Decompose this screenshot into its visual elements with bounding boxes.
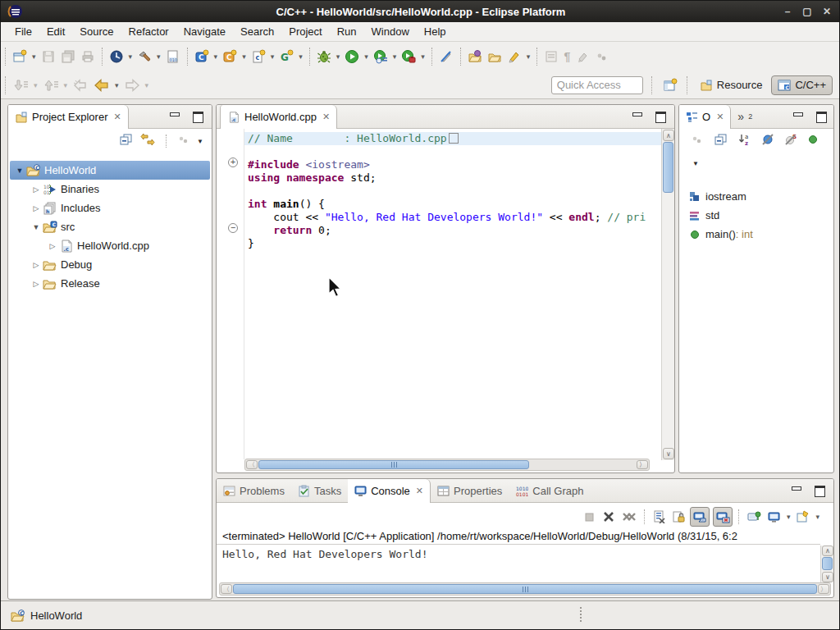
- previous-annotation-dropdown[interactable]: ▾: [64, 81, 68, 89]
- menu-run[interactable]: Run: [330, 24, 364, 39]
- collapse-all-button[interactable]: [119, 133, 134, 149]
- block-selection-button[interactable]: [542, 46, 560, 67]
- menu-search[interactable]: Search: [233, 24, 281, 39]
- open-resource-button[interactable]: [486, 46, 504, 67]
- new-c-file-dropdown[interactable]: ▾: [271, 52, 275, 61]
- expander-icon[interactable]: ▷: [48, 242, 57, 250]
- scroll-right-button[interactable]: 〉: [818, 584, 829, 594]
- maximize-editor-button[interactable]: [655, 111, 666, 121]
- menu-refactor[interactable]: Refactor: [121, 24, 176, 39]
- new-make-target-button[interactable]: G: [277, 46, 295, 67]
- maximize-view-button[interactable]: [815, 485, 825, 495]
- tree-item-binaries[interactable]: ▷ 1001 Binaries: [10, 180, 210, 199]
- forward-button[interactable]: [122, 75, 142, 96]
- scroll-left-button[interactable]: 〈: [221, 584, 232, 594]
- tab-problems[interactable]: Problems: [217, 479, 291, 502]
- maximize-view-button[interactable]: [816, 111, 827, 121]
- maximize-view-button[interactable]: [193, 111, 203, 121]
- expander-icon[interactable]: ▷: [31, 185, 41, 194]
- external-tools-dropdown[interactable]: ▾: [421, 52, 425, 61]
- menu-navigate[interactable]: Navigate: [176, 24, 233, 39]
- back-button[interactable]: [92, 75, 112, 96]
- quick-access-input[interactable]: [551, 76, 643, 94]
- target-button[interactable]: [107, 46, 126, 67]
- outline-item-main[interactable]: main() : int: [686, 225, 832, 244]
- minimize-view-button[interactable]: [792, 111, 803, 121]
- close-button[interactable]: ✕: [821, 6, 833, 17]
- fold-expand-icon[interactable]: +: [228, 158, 238, 167]
- binary-button[interactable]: 010: [164, 46, 182, 67]
- tab-outline[interactable]: O ✕: [679, 105, 731, 129]
- terminate-button[interactable]: [581, 507, 597, 527]
- back-dropdown[interactable]: ▾: [115, 81, 119, 89]
- save-all-button[interactable]: [59, 46, 77, 67]
- perspective-cpp-button[interactable]: C C/C++: [771, 75, 833, 95]
- debug-button[interactable]: [315, 46, 333, 67]
- tab-console[interactable]: Console ✕: [348, 479, 431, 503]
- format-button[interactable]: [573, 46, 591, 67]
- tree-item-includes[interactable]: ▷ h Includes: [10, 199, 210, 217]
- clear-console-button[interactable]: [651, 507, 667, 527]
- new-make-target-dropdown[interactable]: ▾: [299, 52, 303, 61]
- display-console-button[interactable]: [766, 507, 783, 527]
- tab-project-explorer[interactable]: Project Explorer ✕: [8, 105, 129, 129]
- display-console-dropdown[interactable]: ▾: [787, 513, 791, 521]
- hscroll-thumb[interactable]: [233, 584, 817, 594]
- forward-dropdown[interactable]: ▾: [145, 81, 149, 89]
- tab-properties[interactable]: Properties: [431, 479, 509, 502]
- view-options-button[interactable]: [691, 133, 704, 149]
- menu-source[interactable]: Source: [72, 24, 121, 39]
- new-c-project-button[interactable]: C: [193, 46, 211, 67]
- perspective-resource-button[interactable]: Resource: [694, 76, 769, 94]
- collapse-all-button[interactable]: [714, 133, 728, 149]
- new-cpp-class-button[interactable]: C: [221, 46, 239, 67]
- hide-fields-button[interactable]: [761, 133, 774, 149]
- menu-window[interactable]: Window: [364, 24, 417, 39]
- print-button[interactable]: [79, 46, 97, 67]
- open-console-dropdown[interactable]: ▾: [815, 513, 819, 521]
- expander-icon[interactable]: ▷: [31, 204, 41, 212]
- close-icon[interactable]: ✕: [322, 112, 330, 122]
- folded-region-box[interactable]: [449, 133, 459, 144]
- new-c-file-button[interactable]: c: [249, 46, 267, 67]
- sort-button[interactable]: az: [738, 133, 751, 149]
- view-menu-button[interactable]: ▼: [692, 160, 699, 167]
- next-annotation-dropdown[interactable]: ▾: [34, 81, 38, 89]
- previous-annotation-button[interactable]: [41, 75, 61, 96]
- target-dropdown[interactable]: ▾: [129, 52, 133, 61]
- vscroll-thumb[interactable]: [663, 142, 673, 193]
- console-output[interactable]: Hello, Red Hat Developers World!: [217, 546, 820, 582]
- more-options-button[interactable]: [593, 46, 611, 67]
- close-icon[interactable]: ✕: [416, 486, 423, 496]
- maximize-button[interactable]: ▢: [801, 6, 813, 17]
- last-edit-location-button[interactable]: [71, 75, 90, 96]
- tab-helloworld-cpp[interactable]: .c HelloWorld.cpp ✕: [220, 105, 337, 129]
- run-button[interactable]: [343, 46, 361, 67]
- tab-call-graph[interactable]: 10100101 Call Graph: [509, 479, 590, 502]
- menu-help[interactable]: Help: [417, 24, 454, 39]
- new-c-project-dropdown[interactable]: ▾: [214, 52, 218, 61]
- pin-console-button[interactable]: [745, 507, 763, 527]
- next-annotation-button[interactable]: [11, 75, 30, 96]
- editor-vscrollbar[interactable]: ∧ ∨: [661, 129, 674, 460]
- close-icon[interactable]: ✕: [716, 112, 724, 122]
- open-element-button[interactable]: [466, 46, 484, 67]
- view-menu-button[interactable]: ▼: [197, 138, 203, 145]
- new-cpp-class-dropdown[interactable]: ▾: [242, 52, 246, 61]
- minimize-editor-button[interactable]: [632, 111, 642, 121]
- scroll-down-button[interactable]: ∨: [663, 448, 674, 459]
- save-button[interactable]: [39, 46, 57, 67]
- menu-edit[interactable]: Edit: [39, 24, 72, 39]
- menu-file[interactable]: File: [7, 24, 39, 39]
- editor-hscrollbar[interactable]: 〈 〉: [244, 459, 650, 471]
- show-whitespace-button[interactable]: ¶: [562, 46, 572, 67]
- statusbar-drag-handle[interactable]: [580, 607, 582, 622]
- close-icon[interactable]: ✕: [113, 112, 121, 122]
- profile-dropdown[interactable]: ▾: [393, 52, 397, 61]
- word-wrap-button[interactable]: [690, 507, 710, 527]
- mark-occurrences-button[interactable]: [437, 46, 455, 67]
- debug-dropdown[interactable]: ▾: [336, 52, 340, 61]
- code-area[interactable]: // Name : HelloWorld.cpp #include <iostr…: [244, 129, 661, 460]
- minimize-button[interactable]: –: [782, 6, 793, 17]
- build-button[interactable]: [135, 46, 153, 67]
